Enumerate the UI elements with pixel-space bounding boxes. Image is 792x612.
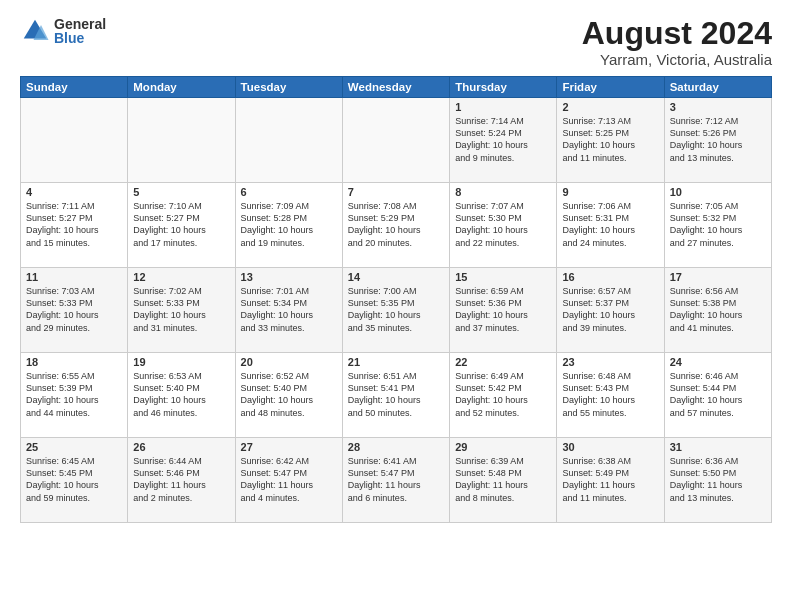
day-number: 3 [670, 101, 766, 113]
calendar-week-1: 4Sunrise: 7:11 AM Sunset: 5:27 PM Daylig… [21, 183, 772, 268]
day-number: 26 [133, 441, 229, 453]
calendar-cell [128, 98, 235, 183]
calendar-cell: 18Sunrise: 6:55 AM Sunset: 5:39 PM Dayli… [21, 353, 128, 438]
day-number: 27 [241, 441, 337, 453]
calendar-cell: 11Sunrise: 7:03 AM Sunset: 5:33 PM Dayli… [21, 268, 128, 353]
day-info: Sunrise: 7:10 AM Sunset: 5:27 PM Dayligh… [133, 200, 229, 249]
page: General Blue August 2024 Yarram, Victori… [0, 0, 792, 612]
calendar-cell: 26Sunrise: 6:44 AM Sunset: 5:46 PM Dayli… [128, 438, 235, 523]
calendar-cell: 19Sunrise: 6:53 AM Sunset: 5:40 PM Dayli… [128, 353, 235, 438]
day-number: 8 [455, 186, 551, 198]
day-number: 14 [348, 271, 444, 283]
day-info: Sunrise: 6:59 AM Sunset: 5:36 PM Dayligh… [455, 285, 551, 334]
day-number: 5 [133, 186, 229, 198]
calendar-cell: 28Sunrise: 6:41 AM Sunset: 5:47 PM Dayli… [342, 438, 449, 523]
calendar-header-sunday: Sunday [21, 77, 128, 98]
title-block: August 2024 Yarram, Victoria, Australia [582, 16, 772, 68]
logo-icon [20, 16, 50, 46]
day-info: Sunrise: 6:45 AM Sunset: 5:45 PM Dayligh… [26, 455, 122, 504]
day-number: 11 [26, 271, 122, 283]
calendar-cell: 5Sunrise: 7:10 AM Sunset: 5:27 PM Daylig… [128, 183, 235, 268]
calendar-cell: 29Sunrise: 6:39 AM Sunset: 5:48 PM Dayli… [450, 438, 557, 523]
calendar-body: 1Sunrise: 7:14 AM Sunset: 5:24 PM Daylig… [21, 98, 772, 523]
calendar-week-4: 25Sunrise: 6:45 AM Sunset: 5:45 PM Dayli… [21, 438, 772, 523]
calendar-header-thursday: Thursday [450, 77, 557, 98]
day-info: Sunrise: 7:01 AM Sunset: 5:34 PM Dayligh… [241, 285, 337, 334]
calendar-header-row: SundayMondayTuesdayWednesdayThursdayFrid… [21, 77, 772, 98]
day-info: Sunrise: 7:08 AM Sunset: 5:29 PM Dayligh… [348, 200, 444, 249]
day-info: Sunrise: 7:11 AM Sunset: 5:27 PM Dayligh… [26, 200, 122, 249]
calendar-cell: 4Sunrise: 7:11 AM Sunset: 5:27 PM Daylig… [21, 183, 128, 268]
day-number: 30 [562, 441, 658, 453]
calendar-header-monday: Monday [128, 77, 235, 98]
calendar-cell: 13Sunrise: 7:01 AM Sunset: 5:34 PM Dayli… [235, 268, 342, 353]
calendar-header-wednesday: Wednesday [342, 77, 449, 98]
day-number: 6 [241, 186, 337, 198]
day-number: 23 [562, 356, 658, 368]
day-info: Sunrise: 7:07 AM Sunset: 5:30 PM Dayligh… [455, 200, 551, 249]
calendar-week-2: 11Sunrise: 7:03 AM Sunset: 5:33 PM Dayli… [21, 268, 772, 353]
calendar-cell [21, 98, 128, 183]
sub-title: Yarram, Victoria, Australia [582, 51, 772, 68]
day-number: 16 [562, 271, 658, 283]
day-info: Sunrise: 7:02 AM Sunset: 5:33 PM Dayligh… [133, 285, 229, 334]
logo-blue-text: Blue [54, 31, 106, 45]
day-info: Sunrise: 6:46 AM Sunset: 5:44 PM Dayligh… [670, 370, 766, 419]
day-number: 4 [26, 186, 122, 198]
calendar-cell: 20Sunrise: 6:52 AM Sunset: 5:40 PM Dayli… [235, 353, 342, 438]
day-number: 24 [670, 356, 766, 368]
day-info: Sunrise: 6:48 AM Sunset: 5:43 PM Dayligh… [562, 370, 658, 419]
day-info: Sunrise: 7:06 AM Sunset: 5:31 PM Dayligh… [562, 200, 658, 249]
calendar-week-0: 1Sunrise: 7:14 AM Sunset: 5:24 PM Daylig… [21, 98, 772, 183]
day-number: 12 [133, 271, 229, 283]
calendar-cell: 10Sunrise: 7:05 AM Sunset: 5:32 PM Dayli… [664, 183, 771, 268]
calendar-cell: 23Sunrise: 6:48 AM Sunset: 5:43 PM Dayli… [557, 353, 664, 438]
calendar-cell: 7Sunrise: 7:08 AM Sunset: 5:29 PM Daylig… [342, 183, 449, 268]
day-info: Sunrise: 7:12 AM Sunset: 5:26 PM Dayligh… [670, 115, 766, 164]
day-info: Sunrise: 7:14 AM Sunset: 5:24 PM Dayligh… [455, 115, 551, 164]
calendar-cell [342, 98, 449, 183]
day-number: 10 [670, 186, 766, 198]
calendar-header-tuesday: Tuesday [235, 77, 342, 98]
day-number: 21 [348, 356, 444, 368]
calendar-cell: 6Sunrise: 7:09 AM Sunset: 5:28 PM Daylig… [235, 183, 342, 268]
day-number: 17 [670, 271, 766, 283]
main-title: August 2024 [582, 16, 772, 51]
day-info: Sunrise: 6:51 AM Sunset: 5:41 PM Dayligh… [348, 370, 444, 419]
day-number: 22 [455, 356, 551, 368]
day-info: Sunrise: 7:13 AM Sunset: 5:25 PM Dayligh… [562, 115, 658, 164]
day-info: Sunrise: 7:03 AM Sunset: 5:33 PM Dayligh… [26, 285, 122, 334]
calendar-cell: 1Sunrise: 7:14 AM Sunset: 5:24 PM Daylig… [450, 98, 557, 183]
calendar-cell: 17Sunrise: 6:56 AM Sunset: 5:38 PM Dayli… [664, 268, 771, 353]
calendar-cell: 9Sunrise: 7:06 AM Sunset: 5:31 PM Daylig… [557, 183, 664, 268]
day-info: Sunrise: 6:41 AM Sunset: 5:47 PM Dayligh… [348, 455, 444, 504]
day-number: 9 [562, 186, 658, 198]
day-info: Sunrise: 6:55 AM Sunset: 5:39 PM Dayligh… [26, 370, 122, 419]
calendar-cell: 15Sunrise: 6:59 AM Sunset: 5:36 PM Dayli… [450, 268, 557, 353]
day-number: 2 [562, 101, 658, 113]
day-info: Sunrise: 7:05 AM Sunset: 5:32 PM Dayligh… [670, 200, 766, 249]
day-number: 28 [348, 441, 444, 453]
day-info: Sunrise: 6:49 AM Sunset: 5:42 PM Dayligh… [455, 370, 551, 419]
day-number: 31 [670, 441, 766, 453]
calendar-week-3: 18Sunrise: 6:55 AM Sunset: 5:39 PM Dayli… [21, 353, 772, 438]
day-info: Sunrise: 6:53 AM Sunset: 5:40 PM Dayligh… [133, 370, 229, 419]
day-info: Sunrise: 6:36 AM Sunset: 5:50 PM Dayligh… [670, 455, 766, 504]
calendar-cell: 8Sunrise: 7:07 AM Sunset: 5:30 PM Daylig… [450, 183, 557, 268]
day-number: 18 [26, 356, 122, 368]
calendar-cell: 3Sunrise: 7:12 AM Sunset: 5:26 PM Daylig… [664, 98, 771, 183]
calendar-cell: 2Sunrise: 7:13 AM Sunset: 5:25 PM Daylig… [557, 98, 664, 183]
logo: General Blue [20, 16, 106, 46]
calendar-header-saturday: Saturday [664, 77, 771, 98]
day-number: 19 [133, 356, 229, 368]
day-info: Sunrise: 7:00 AM Sunset: 5:35 PM Dayligh… [348, 285, 444, 334]
calendar-cell: 16Sunrise: 6:57 AM Sunset: 5:37 PM Dayli… [557, 268, 664, 353]
calendar-cell: 21Sunrise: 6:51 AM Sunset: 5:41 PM Dayli… [342, 353, 449, 438]
day-number: 13 [241, 271, 337, 283]
day-info: Sunrise: 6:56 AM Sunset: 5:38 PM Dayligh… [670, 285, 766, 334]
day-info: Sunrise: 6:38 AM Sunset: 5:49 PM Dayligh… [562, 455, 658, 504]
day-number: 20 [241, 356, 337, 368]
day-info: Sunrise: 6:52 AM Sunset: 5:40 PM Dayligh… [241, 370, 337, 419]
day-number: 25 [26, 441, 122, 453]
calendar-table: SundayMondayTuesdayWednesdayThursdayFrid… [20, 76, 772, 523]
